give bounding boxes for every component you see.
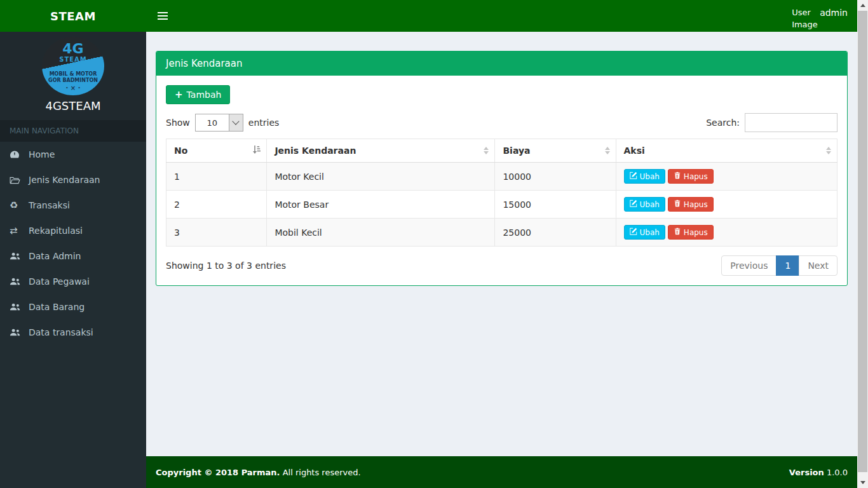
sidebar-section-header: MAIN NAVIGATION [0, 120, 146, 142]
cell-biaya: 25000 [495, 219, 616, 247]
recycle-icon: ♻ [10, 201, 25, 210]
sidebar-item-label: Rekapitulasi [29, 226, 83, 236]
users-icon [10, 277, 25, 286]
table-row: 1 Motor Kecil 10000 Ubah Hapus [166, 163, 837, 191]
users-icon [10, 328, 25, 337]
sidebar-item-label: Transaksi [29, 200, 70, 210]
version-text: Version 1.0.0 [789, 468, 848, 477]
edit-icon [630, 200, 637, 209]
cell-jenis: Motor Kecil [267, 163, 495, 191]
sidebar-item-data-pegawai[interactable]: Data Pegawai [0, 269, 146, 294]
app-window: STEAM User Image admin 4G STEAM MOBIL & … [0, 0, 868, 488]
jenis-kendaraan-table: No Jenis Kendaraan Biaya [166, 139, 837, 247]
sidebar-logo-caption: 4GSTEAM [0, 99, 146, 112]
user-avatar-broken-image: User Image [792, 6, 820, 30]
pagination: Previous 1 Next [721, 255, 837, 276]
scrollbar-thumb[interactable] [858, 11, 867, 472]
sidebar-menu: Home Jenis Kendaraan ♻ Transaksi ⇄ Rekap… [0, 142, 146, 345]
sidebar-item-data-barang[interactable]: Data Barang [0, 294, 146, 320]
navbar-username: admin [820, 6, 848, 18]
sidebar-item-label: Data Pegawai [29, 276, 90, 287]
page-length-value: 10 [196, 114, 229, 131]
main-content: Jenis Kendaraan + Tambah Show 10 entries [146, 32, 857, 456]
cell-biaya: 10000 [495, 163, 616, 191]
sidebar-item-label: Data transaksi [29, 327, 93, 337]
folder-open-icon [10, 176, 25, 184]
navbar-brand[interactable]: STEAM [0, 0, 146, 32]
hapus-button[interactable]: Hapus [668, 197, 714, 212]
cell-aksi: Ubah Hapus [616, 219, 837, 247]
navbar-user-menu[interactable]: User Image admin [792, 1, 848, 30]
pagination-previous[interactable]: Previous [721, 255, 776, 276]
table-row: 3 Mobil Kecil 25000 Ubah Hapus [166, 219, 837, 247]
cell-aksi: Ubah Hapus [616, 163, 837, 191]
search-control: Search: [706, 113, 837, 132]
hamburger-icon [158, 12, 168, 20]
tambah-button[interactable]: + Tambah [166, 85, 230, 104]
sort-amount-icon [252, 146, 261, 156]
sidebar-item-data-transaksi[interactable]: Data transaksi [0, 320, 146, 345]
browser-scrollbar[interactable] [857, 0, 868, 488]
navbar-main: User Image admin [146, 0, 868, 32]
sidebar-toggle-button[interactable] [155, 6, 170, 25]
cell-no: 2 [166, 191, 267, 219]
users-icon [10, 252, 25, 261]
sidebar-item-label: Data Admin [29, 251, 81, 261]
hapus-button[interactable]: Hapus [668, 225, 714, 240]
table-info-text: Showing 1 to 3 of 3 entries [166, 261, 286, 271]
show-label: Show [166, 118, 190, 128]
column-header-aksi[interactable]: Aksi [616, 139, 837, 163]
trash-icon [674, 227, 681, 237]
crossed-rackets-icon: · × · [42, 85, 104, 92]
sort-both-icon [826, 147, 831, 154]
cell-no: 3 [166, 219, 267, 247]
sidebar-item-home[interactable]: Home [0, 142, 146, 167]
column-header-jenis-kendaraan[interactable]: Jenis Kendaraan [267, 139, 495, 163]
sidebar: 4G STEAM MOBIL & MOTOR GOR BADMINTON · ×… [0, 32, 146, 488]
logo-text-4g: 4G [42, 42, 104, 56]
search-input[interactable] [745, 113, 837, 132]
sidebar-item-data-admin[interactable]: Data Admin [0, 243, 146, 269]
users-icon [10, 302, 25, 311]
logo-text-gor-badminton: GOR BADMINTON [42, 78, 104, 84]
copyright-text: Copyright © 2018 Parman. All rights rese… [156, 468, 361, 477]
plus-icon: + [175, 90, 183, 99]
jenis-kendaraan-panel: Jenis Kendaraan + Tambah Show 10 entries [156, 51, 848, 286]
pagination-page-1[interactable]: 1 [776, 255, 799, 276]
entries-label: entries [248, 118, 280, 128]
sort-both-icon [484, 147, 489, 154]
scrollbar-down-arrow-icon[interactable] [857, 477, 868, 488]
pagination-next[interactable]: Next [799, 255, 837, 276]
cell-aksi: Ubah Hapus [616, 191, 837, 219]
sidebar-item-label: Data Barang [29, 302, 85, 312]
top-navbar: STEAM User Image admin [0, 0, 868, 32]
page-footer: Copyright © 2018 Parman. All rights rese… [146, 456, 857, 488]
ubah-button[interactable]: Ubah [624, 197, 665, 212]
sidebar-item-rekapitulasi[interactable]: ⇄ Rekapitulasi [0, 218, 146, 243]
ubah-button[interactable]: Ubah [624, 169, 665, 184]
edit-icon [630, 227, 637, 237]
chevron-down-icon [229, 114, 243, 131]
app-logo: 4G STEAM MOBIL & MOTOR GOR BADMINTON · ×… [42, 37, 104, 95]
cell-jenis: Motor Besar [267, 191, 495, 219]
cell-biaya: 15000 [495, 191, 616, 219]
search-label: Search: [706, 118, 740, 128]
sidebar-item-jenis-kendaraan[interactable]: Jenis Kendaraan [0, 167, 146, 193]
column-header-biaya[interactable]: Biaya [495, 139, 616, 163]
column-header-no[interactable]: No [166, 139, 267, 163]
edit-icon [630, 172, 637, 181]
hapus-button[interactable]: Hapus [668, 169, 714, 184]
scrollbar-up-arrow-icon[interactable] [857, 0, 868, 11]
exchange-icon: ⇄ [10, 226, 25, 235]
page-length-control: Show 10 entries [166, 114, 279, 132]
panel-title: Jenis Kendaraan [156, 51, 847, 76]
trash-icon [674, 200, 681, 209]
logo-text-steam: STEAM [42, 56, 104, 63]
sidebar-item-label: Jenis Kendaraan [29, 175, 100, 185]
tambah-button-label: Tambah [187, 90, 222, 100]
logo-text-mobil-motor: MOBIL & MOTOR [42, 71, 104, 78]
page-length-select[interactable]: 10 [195, 114, 243, 132]
sidebar-item-transaksi[interactable]: ♻ Transaksi [0, 193, 146, 218]
ubah-button[interactable]: Ubah [624, 225, 665, 240]
sort-both-icon [605, 147, 610, 154]
